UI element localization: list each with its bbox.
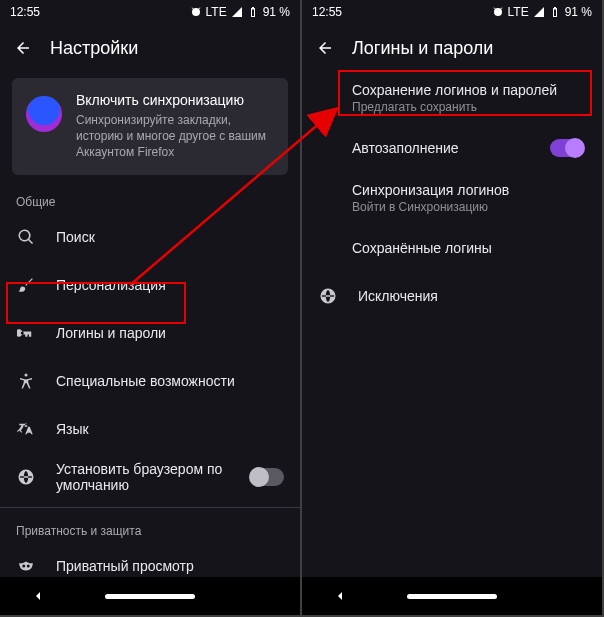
brush-icon xyxy=(17,276,35,294)
avatar-icon xyxy=(26,96,62,132)
phone-left: 12:55 LTE 91 % Настройки Включить синхро… xyxy=(0,0,300,615)
row-label: Синхронизация логинов xyxy=(352,182,584,198)
statusbar: 12:55 LTE 91 % xyxy=(0,0,300,24)
row-label: Автозаполнение xyxy=(352,140,536,156)
row-label: Специальные возможности xyxy=(56,373,284,389)
alarm-icon xyxy=(190,6,202,18)
globe-icon xyxy=(319,287,337,305)
row-label: Поиск xyxy=(56,229,284,245)
alarm-icon xyxy=(492,6,504,18)
row-accessibility[interactable]: Специальные возможности xyxy=(0,357,300,405)
row-exceptions[interactable]: Исключения xyxy=(302,272,602,320)
navbar xyxy=(302,577,602,615)
row-private-browsing[interactable]: Приватный просмотр xyxy=(0,542,300,577)
page-title: Логины и пароли xyxy=(352,38,493,59)
row-label: Установить браузером по умолчанию xyxy=(56,461,230,493)
sync-card[interactable]: Включить синхронизацию Синхронизируйте з… xyxy=(12,78,288,175)
back-icon[interactable] xyxy=(316,39,334,57)
row-save-logins[interactable]: Сохранение логинов и паролей Предлагать … xyxy=(302,72,602,124)
signal-icon xyxy=(533,6,545,18)
sync-subtitle: Синхронизируйте закладки, историю и мног… xyxy=(76,112,274,161)
phone-right: 12:55 LTE 91 % Логины и пароли Сохранени… xyxy=(302,0,602,615)
row-label: Логины и пароли xyxy=(56,325,284,341)
row-language[interactable]: Язык xyxy=(0,405,300,453)
mask-icon xyxy=(17,557,35,575)
row-autofill[interactable]: Автозаполнение xyxy=(302,124,602,172)
row-logins[interactable]: Логины и пароли xyxy=(0,309,300,357)
row-label: Сохранение логинов и паролей xyxy=(352,82,584,98)
row-personalize[interactable]: Персонализация xyxy=(0,261,300,309)
battery-icon xyxy=(247,6,259,18)
row-label: Персонализация xyxy=(56,277,284,293)
divider xyxy=(0,507,300,508)
row-sync-logins[interactable]: Синхронизация логинов Войти в Синхрониза… xyxy=(302,172,602,224)
status-time: 12:55 xyxy=(10,5,40,19)
toggle-autofill[interactable] xyxy=(550,139,584,157)
appbar: Логины и пароли xyxy=(302,24,602,72)
nav-home[interactable] xyxy=(105,594,195,599)
nav-back-icon[interactable] xyxy=(30,588,46,604)
accessibility-icon xyxy=(17,372,35,390)
navbar xyxy=(0,577,300,615)
toggle-default-browser[interactable] xyxy=(250,468,284,486)
signal-icon xyxy=(231,6,243,18)
status-time: 12:55 xyxy=(312,5,342,19)
row-default-browser[interactable]: Установить браузером по умолчанию xyxy=(0,453,300,501)
status-battery: 91 % xyxy=(565,5,592,19)
globe-icon xyxy=(17,468,35,486)
row-sublabel: Войти в Синхронизацию xyxy=(352,200,584,214)
row-saved-logins[interactable]: Сохранённые логины xyxy=(302,224,602,272)
row-sublabel: Предлагать сохранить xyxy=(352,100,584,114)
nav-home[interactable] xyxy=(407,594,497,599)
status-net: LTE xyxy=(206,5,227,19)
section-general: Общие xyxy=(0,185,300,213)
language-icon xyxy=(17,420,35,438)
status-net: LTE xyxy=(508,5,529,19)
page-title: Настройки xyxy=(50,38,138,59)
battery-icon xyxy=(549,6,561,18)
row-label: Сохранённые логины xyxy=(352,240,584,256)
key-icon xyxy=(17,324,35,342)
nav-back-icon[interactable] xyxy=(332,588,348,604)
row-label: Приватный просмотр xyxy=(56,558,284,574)
status-battery: 91 % xyxy=(263,5,290,19)
row-search[interactable]: Поиск xyxy=(0,213,300,261)
section-privacy: Приватность и защита xyxy=(0,514,300,542)
sync-title: Включить синхронизацию xyxy=(76,92,274,108)
appbar: Настройки xyxy=(0,24,300,72)
row-label: Язык xyxy=(56,421,284,437)
back-icon[interactable] xyxy=(14,39,32,57)
statusbar: 12:55 LTE 91 % xyxy=(302,0,602,24)
row-label: Исключения xyxy=(358,288,584,304)
search-icon xyxy=(17,228,35,246)
